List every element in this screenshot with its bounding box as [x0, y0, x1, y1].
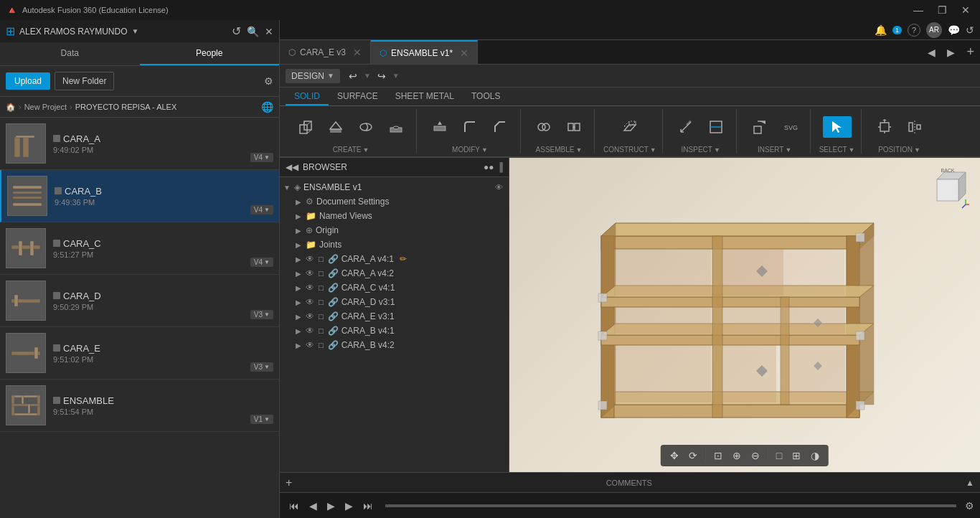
search-icon[interactable]: 🔍 — [247, 26, 259, 37]
minimize-button[interactable]: — — [909, 4, 928, 16]
version-badge[interactable]: V4 ▼ — [250, 258, 273, 267]
eye-icon[interactable]: 👁 — [306, 283, 314, 293]
list-item[interactable]: CARA_D 9:50:29 PM V3 ▼ — [0, 275, 279, 327]
create-label[interactable]: CREATE ▼ — [333, 146, 369, 154]
browser-close-icon[interactable]: ▐ — [496, 162, 503, 172]
list-item[interactable]: ENSAMBLE 9:51:54 PM V1 ▼ — [0, 380, 279, 432]
list-item[interactable]: CARA_B 9:49:36 PM V4 ▼ — [0, 170, 279, 222]
tab-people[interactable]: People — [140, 42, 280, 65]
assemble-label[interactable]: ASSEMBLE ▼ — [536, 146, 583, 154]
list-item[interactable]: CARA_C 9:51:27 PM V4 ▼ — [0, 222, 279, 275]
tab-scroll-left[interactable]: ◀ — [922, 40, 941, 65]
position-label[interactable]: POSITION ▼ — [878, 146, 920, 154]
cara-a1-expand-icon[interactable]: ▶ — [294, 255, 303, 263]
zoom-in-button[interactable]: ⊕ — [729, 448, 745, 463]
modify-label[interactable]: MODIFY ▼ — [452, 146, 488, 154]
browser-root-item[interactable]: ▼ ◈ ENSAMBLE v1 👁 — [280, 180, 509, 194]
grid-button[interactable]: ⊞ — [788, 448, 804, 463]
globe-icon[interactable]: 🌐 — [261, 101, 273, 113]
mode-tab-solid[interactable]: SOLID — [286, 88, 329, 105]
tab-data[interactable]: Data — [0, 42, 140, 65]
redo-chevron[interactable]: ▼ — [390, 72, 402, 80]
cara-e1-expand-icon[interactable]: ▶ — [294, 312, 303, 321]
browser-cara-a-2[interactable]: ▶ 👁 □ 🔗 CARA_A v4:2 — [280, 266, 509, 281]
view-cube[interactable]: BACK — [923, 165, 973, 215]
browser-cara-c-1[interactable]: ▶ 👁 □ 🔗 CARA_C v4:1 — [280, 281, 509, 295]
version-badge[interactable]: V4 ▼ — [250, 205, 273, 215]
message-icon[interactable]: 💬 — [948, 24, 960, 36]
insert-svg-button[interactable]: SVG — [776, 116, 804, 138]
list-item[interactable]: CARA_E 9:51:02 PM V3 ▼ — [0, 327, 279, 380]
offset-plane-button[interactable] — [616, 116, 644, 138]
eye-icon[interactable]: 👁 — [306, 254, 314, 264]
timeline-prev-button[interactable]: ◀ — [306, 499, 321, 513]
tab-scroll-right[interactable]: ▶ — [941, 40, 961, 65]
doc-tab-cara-e[interactable]: ⬡ CARA_E v3 ✕ — [280, 40, 371, 64]
chamfer-button[interactable] — [486, 116, 514, 138]
timeline-track[interactable] — [385, 504, 956, 507]
browser-cara-b-2[interactable]: ▶ 👁 □ 🔗 CARA_B v4:2 — [280, 338, 509, 352]
fillet-button[interactable] — [456, 116, 484, 138]
timeline-play-button[interactable]: ▶ — [324, 499, 339, 513]
browser-named-views[interactable]: ▶ 📁 Named Views — [280, 209, 509, 223]
mode-tab-sheet-metal[interactable]: SHEET METAL — [387, 88, 463, 105]
joint-button[interactable] — [529, 116, 558, 138]
version-badge[interactable]: V1 ▼ — [250, 415, 273, 424]
root-eye-icon[interactable]: 👁 — [495, 183, 503, 192]
browser-menu-icon[interactable]: ●● — [484, 162, 494, 172]
browser-origin[interactable]: ▶ ⊕ Origin — [280, 223, 509, 237]
close-panel-icon[interactable]: ✕ — [265, 26, 273, 37]
eye-icon[interactable]: 👁 — [306, 311, 314, 321]
press-pull-button[interactable] — [425, 116, 454, 138]
timeline-next-button[interactable]: ▶ — [341, 499, 357, 513]
section-analysis-button[interactable] — [702, 116, 730, 138]
hole-button[interactable] — [382, 116, 410, 138]
rigid-group-button[interactable] — [560, 116, 588, 138]
close-doc-tab[interactable]: ✕ — [460, 47, 468, 59]
align-button[interactable] — [900, 116, 929, 138]
insert-derive-button[interactable] — [745, 116, 774, 138]
add-tab-button[interactable]: + — [961, 40, 980, 65]
eye-icon[interactable]: 👁 — [306, 268, 314, 278]
mode-tab-surface[interactable]: SURFACE — [329, 88, 387, 105]
eye-icon[interactable]: 👁 — [306, 340, 314, 350]
browser-cara-b-1[interactable]: ▶ 👁 □ 🔗 CARA_B v4:1 — [280, 324, 509, 338]
zoom-to-fit-button[interactable]: ⊡ — [710, 448, 726, 463]
inspect-label[interactable]: INSPECT ▼ — [682, 146, 720, 154]
bottom-bar-add-icon[interactable]: + — [286, 476, 292, 489]
browser-cara-e-1[interactable]: ▶ 👁 □ 🔗 CARA_E v3:1 — [280, 309, 509, 324]
update-icon[interactable]: ↺ — [966, 24, 974, 36]
timeline-end-button[interactable]: ⏭ — [359, 499, 377, 513]
settings-gear-icon[interactable]: ⚙ — [264, 75, 273, 87]
construct-label[interactable]: CONSTRUCT ▼ — [603, 146, 656, 154]
bottom-bar-collapse-icon[interactable]: ▲ — [966, 478, 974, 488]
timeline-start-button[interactable]: ⏮ — [286, 499, 303, 513]
version-badge[interactable]: V3 ▼ — [250, 310, 273, 319]
user-chevron[interactable]: ▼ — [131, 27, 138, 35]
notification-icon[interactable]: 🔔 — [875, 24, 887, 36]
close-doc-tab[interactable]: ✕ — [353, 47, 362, 58]
version-badge[interactable]: V4 ▼ — [250, 153, 273, 162]
move-button[interactable] — [870, 116, 899, 138]
cara-d1-expand-icon[interactable]: ▶ — [294, 298, 303, 306]
new-folder-button[interactable]: New Folder — [55, 72, 114, 90]
environment-button[interactable]: ◑ — [807, 448, 823, 463]
insert-label[interactable]: INSERT ▼ — [758, 146, 791, 154]
cara-c1-expand-icon[interactable]: ▶ — [294, 283, 303, 292]
joints-expand-icon[interactable]: ▶ — [294, 240, 303, 249]
orbit-button[interactable]: ⟳ — [685, 448, 701, 463]
redo-button[interactable]: ↪ — [374, 69, 389, 83]
select-label[interactable]: SELECT ▼ — [819, 146, 855, 154]
viewport[interactable]: BACK ✥ ⟳ ⊡ ⊕ ⊖ □ — [509, 158, 980, 472]
browser-cara-a-1[interactable]: ▶ 👁 □ 🔗 CARA_A v4:1 ✏ — [280, 252, 509, 266]
browser-joints[interactable]: ▶ 📁 Joints — [280, 237, 509, 252]
undo-chevron[interactable]: ▼ — [362, 72, 373, 80]
edit-icon[interactable]: ✏ — [400, 254, 407, 264]
design-menu-button[interactable]: DESIGN ▼ — [286, 69, 340, 83]
restore-button[interactable]: ❐ — [933, 4, 951, 16]
list-item[interactable]: CARA_A 9:49:02 PM V4 ▼ — [0, 118, 279, 170]
upload-button[interactable]: Upload — [6, 72, 50, 90]
new-component-button[interactable] — [291, 116, 320, 138]
eye-icon[interactable]: 👁 — [306, 297, 314, 307]
doc-tab-ensamble[interactable]: ⬡ ENSAMBLE v1* ✕ — [371, 40, 478, 64]
